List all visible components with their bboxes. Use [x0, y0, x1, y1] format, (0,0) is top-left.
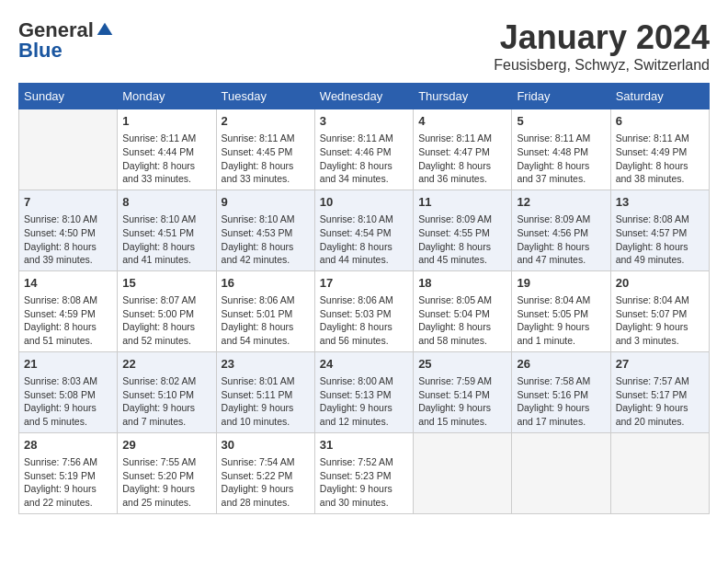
- cell-info: Daylight: 8 hours: [122, 159, 210, 173]
- cell-info: and 42 minutes.: [222, 253, 310, 267]
- day-number: 29: [122, 437, 210, 454]
- cell-info: Sunrise: 7:54 AM: [222, 455, 310, 469]
- cell-info: and 47 minutes.: [517, 253, 605, 267]
- cell-info: Sunset: 4:47 PM: [418, 145, 506, 159]
- cell-info: and 20 minutes.: [616, 415, 704, 429]
- cell-info: Sunrise: 8:03 AM: [24, 374, 112, 388]
- cell-info: and 10 minutes.: [222, 415, 310, 429]
- day-number: 9: [222, 194, 310, 211]
- day-number: 13: [616, 194, 704, 211]
- calendar-cell: [19, 109, 118, 190]
- cell-info: Sunrise: 8:11 AM: [616, 132, 704, 145]
- cell-info: Sunset: 5:04 PM: [418, 307, 506, 321]
- cell-info: Sunrise: 8:10 AM: [320, 213, 408, 226]
- cell-info: Sunset: 5:16 PM: [517, 388, 605, 402]
- cell-info: Sunrise: 8:05 AM: [418, 293, 506, 307]
- calendar-cell: 29Sunrise: 7:55 AMSunset: 5:20 PMDayligh…: [118, 432, 216, 513]
- calendar-cell: 5Sunrise: 8:11 AMSunset: 4:48 PMDaylight…: [512, 109, 610, 190]
- day-number: 1: [122, 113, 210, 130]
- cell-info: Sunrise: 8:02 AM: [122, 374, 210, 388]
- cell-info: Daylight: 8 hours: [320, 159, 408, 173]
- cell-info: and 58 minutes.: [418, 334, 506, 348]
- day-number: 15: [122, 275, 210, 292]
- cell-info: and 33 minutes.: [222, 172, 310, 186]
- logo-icon: [96, 21, 114, 40]
- weekday-header-friday: Friday: [512, 84, 610, 109]
- calendar-cell: 19Sunrise: 8:04 AMSunset: 5:05 PMDayligh…: [512, 270, 610, 351]
- day-number: 12: [517, 194, 605, 211]
- cell-info: Sunset: 4:50 PM: [24, 226, 112, 240]
- cell-info: Sunset: 4:56 PM: [517, 226, 605, 240]
- calendar-cell: 20Sunrise: 8:04 AMSunset: 5:07 PMDayligh…: [610, 270, 709, 351]
- logo: General Blue: [18, 18, 114, 63]
- cell-info: Sunrise: 8:10 AM: [122, 213, 210, 226]
- week-row-3: 21Sunrise: 8:03 AMSunset: 5:08 PMDayligh…: [19, 351, 710, 432]
- calendar-cell: 18Sunrise: 8:05 AMSunset: 5:04 PMDayligh…: [414, 270, 512, 351]
- cell-info: Daylight: 8 hours: [222, 240, 310, 254]
- calendar-cell: 2Sunrise: 8:11 AMSunset: 4:45 PMDaylight…: [216, 109, 314, 190]
- calendar-cell: 3Sunrise: 8:11 AMSunset: 4:46 PMDaylight…: [314, 109, 413, 190]
- cell-info: and 49 minutes.: [616, 253, 704, 267]
- calendar-cell: [610, 432, 709, 513]
- cell-info: Sunset: 5:23 PM: [320, 469, 408, 483]
- cell-info: Sunset: 4:57 PM: [616, 226, 704, 240]
- cell-info: Daylight: 9 hours: [222, 401, 310, 415]
- cell-info: Daylight: 8 hours: [24, 320, 112, 334]
- cell-info: Sunset: 5:17 PM: [616, 388, 704, 402]
- cell-info: Sunset: 5:22 PM: [222, 469, 310, 483]
- cell-info: Daylight: 9 hours: [122, 401, 210, 415]
- day-number: 25: [418, 356, 506, 373]
- cell-info: Daylight: 8 hours: [517, 159, 605, 173]
- cell-info: Daylight: 8 hours: [418, 159, 506, 173]
- cell-info: Daylight: 9 hours: [222, 482, 310, 496]
- cell-info: Sunrise: 8:10 AM: [24, 213, 112, 226]
- cell-info: Sunrise: 7:52 AM: [320, 455, 408, 469]
- cell-info: Sunrise: 8:08 AM: [616, 213, 704, 226]
- cell-info: Daylight: 9 hours: [320, 482, 408, 496]
- cell-info: and 56 minutes.: [320, 334, 408, 348]
- cell-info: and 12 minutes.: [320, 415, 408, 429]
- day-number: 23: [222, 356, 310, 373]
- day-number: 16: [222, 275, 310, 292]
- week-row-1: 7Sunrise: 8:10 AMSunset: 4:50 PMDaylight…: [19, 190, 710, 270]
- calendar-cell: 4Sunrise: 8:11 AMSunset: 4:47 PMDaylight…: [414, 109, 512, 190]
- cell-info: Sunset: 5:03 PM: [320, 307, 408, 321]
- cell-info: Sunset: 4:46 PM: [320, 145, 408, 159]
- cell-info: and 30 minutes.: [320, 496, 408, 510]
- day-number: 21: [24, 356, 112, 373]
- cell-info: Daylight: 9 hours: [320, 401, 408, 415]
- day-number: 17: [320, 275, 408, 292]
- cell-info: Sunset: 4:51 PM: [122, 226, 210, 240]
- day-number: 28: [24, 437, 112, 454]
- calendar-cell: 30Sunrise: 7:54 AMSunset: 5:22 PMDayligh…: [216, 432, 314, 513]
- cell-info: and 45 minutes.: [418, 253, 506, 267]
- calendar-cell: 15Sunrise: 8:07 AMSunset: 5:00 PMDayligh…: [118, 270, 216, 351]
- cell-info: Sunset: 5:08 PM: [24, 388, 112, 402]
- day-number: 19: [517, 275, 605, 292]
- cell-info: Sunrise: 8:11 AM: [222, 132, 310, 145]
- cell-info: and 37 minutes.: [517, 172, 605, 186]
- cell-info: Daylight: 9 hours: [616, 401, 704, 415]
- day-number: 3: [320, 113, 408, 130]
- cell-info: Sunrise: 8:09 AM: [418, 213, 506, 226]
- day-number: 26: [517, 356, 605, 373]
- weekday-header-row: SundayMondayTuesdayWednesdayThursdayFrid…: [19, 84, 710, 109]
- cell-info: Daylight: 8 hours: [222, 320, 310, 334]
- month-title: January 2024: [494, 18, 710, 57]
- cell-info: Daylight: 9 hours: [24, 482, 112, 496]
- weekday-header-thursday: Thursday: [414, 84, 512, 109]
- day-number: 31: [320, 437, 408, 454]
- title-block: January 2024 Feusisberg, Schwyz, Switzer…: [494, 18, 710, 74]
- cell-info: Daylight: 8 hours: [320, 240, 408, 254]
- cell-info: Sunrise: 8:10 AM: [222, 213, 310, 226]
- cell-info: Daylight: 9 hours: [122, 482, 210, 496]
- weekday-header-tuesday: Tuesday: [216, 84, 314, 109]
- weekday-header-wednesday: Wednesday: [314, 84, 413, 109]
- calendar-cell: 14Sunrise: 8:08 AMSunset: 4:59 PMDayligh…: [19, 270, 118, 351]
- cell-info: Daylight: 8 hours: [122, 320, 210, 334]
- cell-info: Daylight: 9 hours: [418, 401, 506, 415]
- calendar-cell: 7Sunrise: 8:10 AMSunset: 4:50 PMDaylight…: [19, 190, 118, 270]
- day-number: 8: [122, 194, 210, 211]
- cell-info: Sunset: 4:53 PM: [222, 226, 310, 240]
- calendar-cell: 23Sunrise: 8:01 AMSunset: 5:11 PMDayligh…: [216, 351, 314, 432]
